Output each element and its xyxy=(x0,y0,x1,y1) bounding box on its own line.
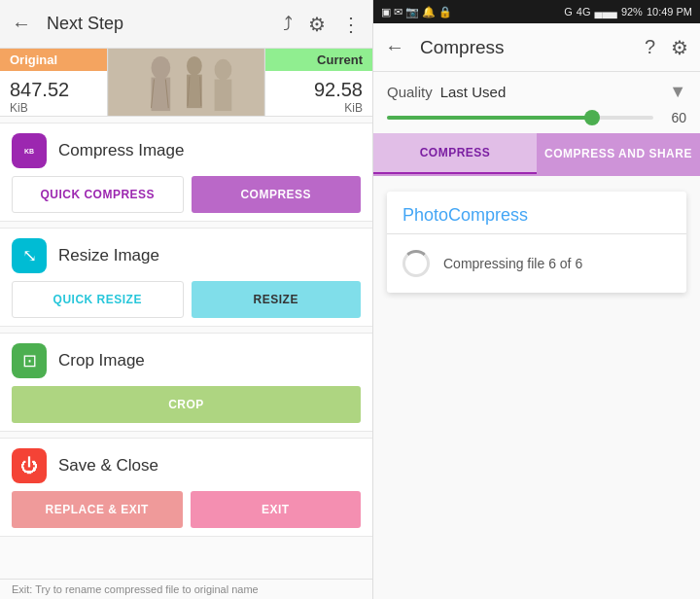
crop-title: Crop Image xyxy=(58,351,145,370)
time-display: 10:49 PM xyxy=(647,6,692,18)
slider-fill xyxy=(387,116,587,120)
quality-dropdown[interactable]: Last Used xyxy=(440,84,661,100)
tab-compress-label: COMPRESS xyxy=(420,146,491,159)
resize-icon: ⤡ xyxy=(12,238,47,273)
crop-section: ⊡ Crop Image CROP xyxy=(0,333,372,432)
tab-compress-share-label: COMPRESS AND SHARE xyxy=(544,147,692,160)
crop-section-header: ⊡ Crop Image xyxy=(12,343,361,378)
dropdown-arrow-icon: ▼ xyxy=(669,82,686,102)
status-bar: ▣ ✉ 📷 🔔 🔒 G 4G ▄▄▄ 92% 10:49 PM xyxy=(373,0,700,23)
resize-section-header: ⤡ Resize Image xyxy=(12,238,361,273)
loading-spinner xyxy=(402,250,430,277)
save-icon: ⏻ xyxy=(12,448,47,483)
more-icon[interactable]: ⋮ xyxy=(341,13,361,36)
back-icon[interactable]: ← xyxy=(12,13,31,35)
quality-row: Quality Last Used ▼ xyxy=(373,72,700,106)
signal-icon: G xyxy=(564,6,573,18)
exit-button[interactable]: EXIT xyxy=(191,491,362,528)
save-section-header: ⏻ Save & Close xyxy=(12,448,361,483)
status-right: G 4G ▄▄▄ 92% 10:49 PM xyxy=(564,6,692,18)
svg-point-1 xyxy=(152,56,171,80)
dialog-area: PhotoCompress Compressing file 6 of 6 xyxy=(373,176,700,599)
right-back-icon[interactable]: ← xyxy=(385,36,404,58)
current-size-block: 92.58 KiB xyxy=(304,71,372,123)
dialog-title: PhotoCompress xyxy=(387,192,686,234)
resize-section: ⤡ Resize Image QUICK RESIZE RESIZE xyxy=(0,228,372,327)
resize-btn-row: QUICK RESIZE RESIZE xyxy=(12,281,361,318)
statue-svg xyxy=(107,49,265,116)
current-size: 92.58 xyxy=(314,79,363,101)
left-footer: Exit: Try to rename compressed file to o… xyxy=(0,579,372,599)
original-info: Original 847.52 KiB xyxy=(0,49,107,116)
page-title: Next Step xyxy=(47,14,267,34)
slider-row: 60 xyxy=(373,106,700,133)
preview-image xyxy=(107,49,265,116)
resize-title: Resize Image xyxy=(58,246,159,265)
4g-icon: 4G xyxy=(577,6,591,18)
share-icon[interactable]: ⤴ xyxy=(283,13,293,35)
compress-btn-row: QUICK COMPRESS COMPRESS xyxy=(12,176,361,213)
dialog-body: Compressing file 6 of 6 xyxy=(387,234,686,293)
crop-button[interactable]: CROP xyxy=(12,386,361,423)
crop-icon: ⊡ xyxy=(12,343,47,378)
right-panel: ▣ ✉ 📷 🔔 🔒 G 4G ▄▄▄ 92% 10:49 PM ← Compre… xyxy=(372,0,700,599)
status-icons: ▣ ✉ 📷 🔔 🔒 xyxy=(381,6,452,18)
original-size-block: 847.52 KiB xyxy=(0,71,107,123)
compress-button[interactable]: COMPRESS xyxy=(192,176,362,213)
compress-icon: KB xyxy=(12,133,47,168)
svg-point-3 xyxy=(187,56,202,76)
left-panel: ← Next Step ⤴ ⚙ ⋮ Original 847.52 KiB xyxy=(0,0,372,599)
current-info: Current 92.58 KiB xyxy=(265,49,372,116)
quick-compress-button[interactable]: QUICK COMPRESS xyxy=(12,176,184,213)
slider-value: 60 xyxy=(663,110,686,125)
right-page-title: Compress xyxy=(420,37,629,58)
compress-tabs: COMPRESS COMPRESS AND SHARE xyxy=(373,133,700,176)
replace-exit-button[interactable]: REPLACE & EXIT xyxy=(12,491,183,528)
current-unit: KiB xyxy=(314,101,363,115)
signal-bars: ▄▄▄ xyxy=(594,6,616,18)
original-unit: KiB xyxy=(10,101,97,115)
help-icon[interactable]: ? xyxy=(645,36,655,58)
original-label: Original xyxy=(0,49,107,71)
svg-rect-6 xyxy=(215,80,232,112)
status-icons-text: ▣ ✉ 📷 🔔 🔒 xyxy=(381,6,452,18)
tab-compress[interactable]: COMPRESS xyxy=(373,133,537,174)
right-header: ← Compress ? ⚙ xyxy=(373,23,700,72)
svg-rect-0 xyxy=(108,49,264,116)
quality-label: Quality xyxy=(387,84,433,100)
tab-compress-share[interactable]: COMPRESS AND SHARE xyxy=(537,133,700,174)
dialog-message: Compressing file 6 of 6 xyxy=(443,256,582,271)
left-header: ← Next Step ⤴ ⚙ ⋮ xyxy=(0,0,372,49)
save-section: ⏻ Save & Close REPLACE & EXIT EXIT xyxy=(0,438,372,537)
current-label: Current xyxy=(265,49,372,71)
battery-indicator: 92% xyxy=(621,6,643,18)
right-settings-icon[interactable]: ⚙ xyxy=(671,36,688,59)
svg-point-5 xyxy=(215,59,232,81)
resize-button[interactable]: RESIZE xyxy=(192,281,362,318)
slider-thumb[interactable] xyxy=(584,110,600,125)
original-size: 847.52 xyxy=(10,79,97,101)
quality-slider-track[interactable] xyxy=(387,116,653,120)
quick-resize-button[interactable]: QUICK RESIZE xyxy=(12,281,184,318)
compress-section: KB Compress Image QUICK COMPRESS COMPRES… xyxy=(0,123,372,222)
save-title: Save & Close xyxy=(58,456,158,476)
compress-title: Compress Image xyxy=(58,141,184,160)
footer-text: Exit: Try to rename compressed file to o… xyxy=(12,583,259,595)
crop-btn-row: CROP xyxy=(12,386,361,423)
image-info-bar: Original 847.52 KiB xyxy=(0,49,372,117)
settings-icon[interactable]: ⚙ xyxy=(308,13,326,36)
progress-dialog: PhotoCompress Compressing file 6 of 6 xyxy=(387,192,686,293)
compress-section-header: KB Compress Image xyxy=(12,133,361,168)
save-btn-row: REPLACE & EXIT EXIT xyxy=(12,491,361,528)
